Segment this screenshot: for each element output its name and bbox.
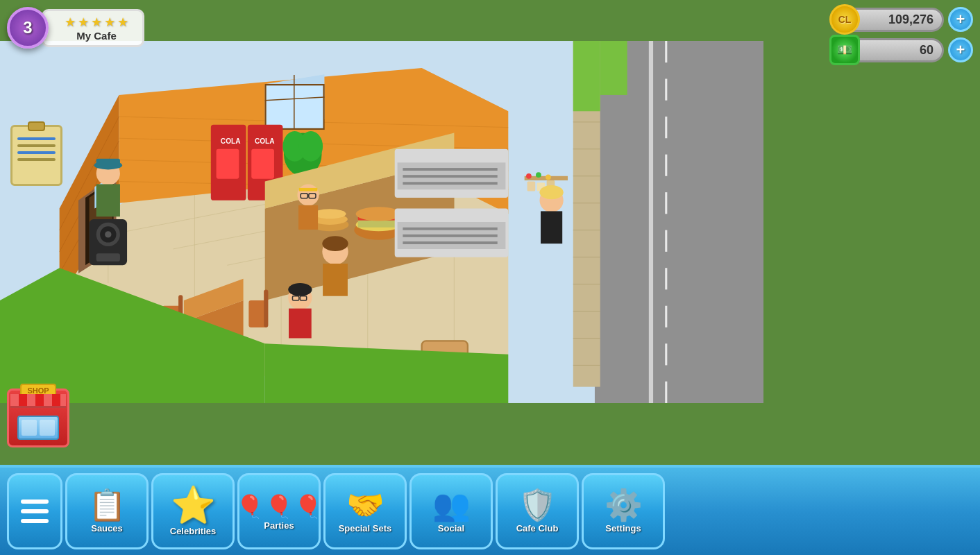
balloon-green: 🎈: [265, 495, 293, 518]
svg-point-131: [526, 173, 532, 179]
shop-button[interactable]: SHOP: [7, 388, 76, 458]
svg-point-64: [299, 131, 323, 162]
svg-rect-3: [665, 41, 667, 62]
special-sets-button[interactable]: 🤝 Special Sets: [323, 473, 407, 549]
celebrities-button[interactable]: ⭐ Celebrities: [151, 473, 235, 549]
shop-window: [17, 416, 59, 440]
quest-button[interactable]: [10, 125, 66, 187]
svg-rect-108: [527, 182, 536, 191]
hamburger-line-3: [21, 519, 49, 523]
svg-rect-124: [289, 309, 312, 339]
svg-rect-27: [600, 41, 627, 95]
clipboard-line-4: [17, 158, 56, 161]
svg-rect-6: [665, 155, 667, 176]
svg-text:COLA: COLA: [221, 137, 241, 145]
sauces-label: Sauces: [91, 523, 123, 533]
currency-panel: CL 109,276 + 💵 60 +: [833, 7, 973, 62]
parties-label: Parties: [264, 520, 294, 531]
svg-point-127: [288, 283, 312, 296]
game-container: COLA COLA: [0, 0, 980, 555]
social-label: Social: [438, 523, 464, 533]
svg-rect-2: [649, 41, 653, 403]
svg-rect-129: [541, 211, 562, 244]
svg-text:COLA: COLA: [255, 137, 275, 145]
svg-point-69: [314, 209, 346, 219]
svg-point-74: [356, 207, 401, 221]
svg-rect-4: [665, 79, 667, 101]
settings-button[interactable]: ⚙️ Settings: [582, 473, 665, 549]
svg-rect-11: [665, 343, 667, 365]
special-sets-icon: 🤝: [346, 490, 385, 520]
social-icon: 👥: [432, 490, 471, 520]
celebrities-icon: ⭐: [171, 487, 216, 523]
celebrities-label: Celebrities: [170, 526, 216, 536]
svg-rect-89: [403, 241, 497, 244]
special-sets-label: Special Sets: [339, 523, 392, 533]
add-coins-button[interactable]: +: [948, 7, 973, 32]
svg-point-130: [539, 185, 563, 199]
cafe-club-button[interactable]: 🛡️ Cafe Club: [496, 473, 579, 549]
svg-rect-26: [573, 41, 600, 111]
clipboard-line-3: [17, 151, 56, 154]
star-3: ★: [91, 15, 102, 30]
svg-rect-94: [96, 253, 120, 262]
balloon-blue: 🎈: [294, 495, 322, 518]
svg-point-122: [322, 236, 348, 251]
clipboard-line-2: [17, 144, 56, 147]
shop-building-icon: SHOP: [7, 388, 69, 447]
parties-icon: 🎈 🎈 🎈: [236, 493, 322, 518]
shop-awning: [10, 394, 66, 408]
svg-rect-59: [217, 149, 239, 179]
star-4: ★: [104, 15, 115, 30]
stars-row: ★ ★ ★ ★ ★: [65, 15, 128, 30]
balloon-red: 🎈: [236, 495, 264, 518]
sauces-button[interactable]: 📋 Sauces: [65, 473, 149, 549]
coin-icon: CL: [829, 4, 860, 35]
svg-rect-12: [665, 382, 667, 403]
sauces-icon: 📋: [88, 490, 126, 520]
clipboard-icon: [10, 125, 62, 186]
svg-rect-10: [665, 306, 667, 327]
settings-icon: ⚙️: [605, 490, 643, 520]
cafe-name-panel: ★ ★ ★ ★ ★ My Cafe: [42, 9, 144, 47]
svg-rect-60: [251, 149, 274, 179]
svg-rect-121: [323, 264, 348, 296]
svg-rect-100: [264, 289, 268, 327]
clipboard-clip: [28, 121, 45, 131]
svg-rect-7: [665, 192, 667, 214]
svg-rect-112: [96, 184, 120, 216]
svg-rect-8: [665, 230, 667, 252]
level-badge: 3: [7, 7, 49, 49]
balloon-group: 🎈 🎈 🎈: [236, 495, 322, 518]
gems-row: 💵 60 +: [833, 37, 973, 62]
add-gems-button[interactable]: +: [948, 37, 973, 62]
svg-rect-116: [298, 205, 318, 230]
game-scene: COLA COLA: [0, 0, 763, 444]
star-2: ★: [78, 15, 89, 30]
menu-button[interactable]: [7, 473, 62, 549]
social-button[interactable]: 👥 Social: [409, 473, 493, 549]
star-5: ★: [117, 15, 128, 30]
top-hud: 3 ★ ★ ★ ★ ★ My Cafe: [7, 7, 144, 49]
coins-amount: 109,276: [888, 12, 933, 27]
svg-rect-83: [403, 175, 497, 178]
cafe-club-icon: 🛡️: [518, 490, 557, 520]
cafe-name-text: My Cafe: [76, 30, 117, 42]
gems-bar: 💵 60: [833, 38, 944, 62]
coins-bar: CL 109,276: [833, 8, 944, 32]
svg-rect-114: [96, 159, 120, 166]
svg-point-133: [546, 174, 551, 180]
gems-amount: 60: [920, 43, 933, 58]
svg-rect-9: [665, 268, 667, 289]
shop-window-pane-1: [22, 420, 37, 436]
coins-row: CL 109,276 +: [833, 7, 973, 32]
svg-rect-87: [403, 228, 497, 230]
svg-rect-5: [665, 117, 667, 138]
hamburger-line-1: [21, 500, 49, 504]
parties-button[interactable]: 🎈 🎈 🎈 Parties: [237, 473, 321, 549]
svg-rect-84: [403, 182, 497, 185]
svg-rect-1: [595, 41, 763, 403]
clipboard-line-1: [17, 137, 56, 140]
hamburger-line-2: [21, 509, 49, 513]
gem-icon: 💵: [829, 35, 860, 65]
